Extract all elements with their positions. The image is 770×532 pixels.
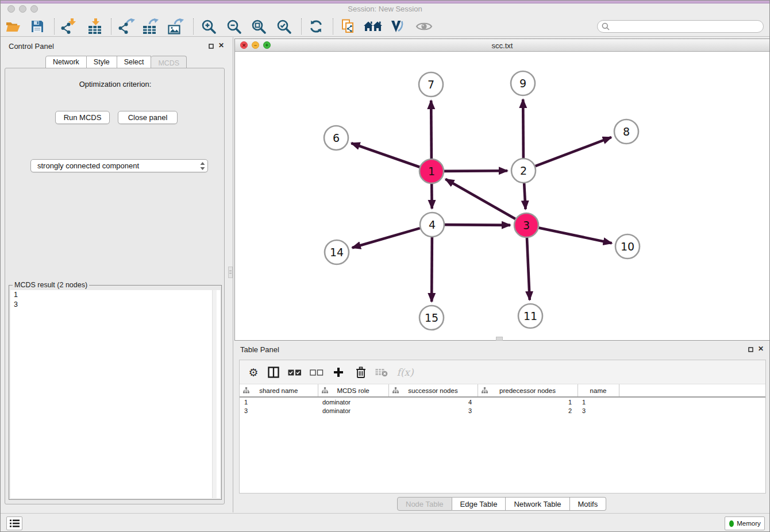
- graph-edge-2-9[interactable]: [523, 99, 523, 158]
- graph-edge-2-3[interactable]: [524, 183, 525, 209]
- graph-edge-3-11[interactable]: [527, 238, 530, 300]
- clone-network-icon: [341, 19, 356, 34]
- graph-edge-1-2[interactable]: [444, 171, 507, 171]
- refresh-icon: [309, 19, 324, 34]
- graph-edge-4-3[interactable]: [445, 225, 510, 225]
- table-cell[interactable]: 1: [478, 397, 578, 406]
- mcds-result-list[interactable]: 1 3: [10, 290, 220, 498]
- node-table-body: 1dominator4113dominator323: [240, 397, 765, 415]
- table-cell[interactable]: 2: [478, 406, 578, 415]
- float-table-panel-icon[interactable]: [746, 345, 755, 354]
- tab-select[interactable]: Select: [117, 56, 152, 68]
- show-columns-button[interactable]: [265, 363, 282, 381]
- table-cell[interactable]: 1: [578, 397, 619, 406]
- status-bar: Memory: [1, 513, 769, 532]
- tab-network-table[interactable]: Network Table: [506, 497, 569, 511]
- column-header-name[interactable]: name: [578, 384, 619, 397]
- tab-network[interactable]: Network: [45, 56, 87, 68]
- home-button[interactable]: [363, 18, 383, 35]
- graph-edge-4-15[interactable]: [432, 237, 432, 302]
- export-network-button[interactable]: [117, 18, 136, 35]
- toolbar-separator: [111, 18, 111, 34]
- import-network-button[interactable]: [59, 18, 79, 35]
- table-cell[interactable]: dominator: [318, 406, 388, 415]
- graph-node-label-10: 10: [621, 240, 634, 253]
- network-window-title: scc.txt: [235, 41, 769, 50]
- zoom-fit-button[interactable]: [249, 18, 268, 35]
- apply-layout-button[interactable]: [306, 18, 326, 35]
- close-table-panel-icon[interactable]: ✕: [756, 344, 765, 353]
- select-all-button[interactable]: [287, 363, 303, 381]
- table-cell[interactable]: 1: [240, 397, 318, 406]
- column-header-predecessor-nodes[interactable]: predecessor nodes: [478, 384, 578, 397]
- zoom-out-button[interactable]: [224, 18, 244, 35]
- panel-splitter-grip[interactable]: [228, 267, 233, 278]
- tree-sort-icon: [243, 387, 249, 394]
- float-panel-icon[interactable]: [206, 41, 215, 51]
- graph-node-label-4: 4: [429, 218, 436, 231]
- table-settings-button[interactable]: ⚙: [245, 363, 261, 381]
- plus-icon: [333, 367, 344, 377]
- network-view-window: ✕ − + scc.txt 7968124314101511: [234, 38, 770, 341]
- graph-node-label-1: 1: [428, 165, 435, 178]
- tab-edge-table[interactable]: Edge Table: [452, 497, 506, 511]
- deselect-all-button[interactable]: [309, 363, 325, 381]
- graph-edge-3-10[interactable]: [539, 228, 612, 244]
- graph-node-label-7: 7: [428, 78, 434, 91]
- table-cell[interactable]: 4: [388, 397, 478, 406]
- save-session-button[interactable]: [28, 18, 47, 35]
- network-canvas[interactable]: 7968124314101511: [235, 52, 769, 340]
- zoom-in-button[interactable]: [199, 18, 218, 35]
- zoom-selected-button[interactable]: [274, 18, 294, 35]
- mcds-result-title: MCDS result (2 nodes): [13, 281, 89, 289]
- show-panels-button[interactable]: [6, 516, 22, 530]
- function-builder-button-disabled: f(x): [395, 363, 415, 381]
- clone-network-button[interactable]: [338, 18, 358, 35]
- table-cell[interactable]: dominator: [318, 397, 388, 406]
- import-table-button[interactable]: [86, 18, 105, 35]
- network-window-titlebar[interactable]: ✕ − + scc.txt: [235, 39, 769, 52]
- graph-edge-3-1[interactable]: [445, 179, 515, 219]
- graph-edge-4-14[interactable]: [352, 228, 420, 248]
- table-row[interactable]: 1dominator411: [240, 397, 765, 406]
- search-input[interactable]: [612, 22, 763, 31]
- horizontal-splitter-grip[interactable]: [496, 337, 503, 341]
- mcds-result-box: MCDS result (2 nodes) 1 3: [9, 285, 222, 500]
- column-header-shared-name[interactable]: shared name: [240, 384, 318, 397]
- export-table-button[interactable]: [141, 18, 160, 35]
- add-column-button[interactable]: [330, 363, 346, 381]
- mcds-result-line: 3: [10, 300, 220, 310]
- column-header-MCDS-role[interactable]: MCDS role: [318, 384, 388, 397]
- export-image-button[interactable]: [166, 18, 186, 35]
- mcds-panel: Optimization criterion: strongly connect…: [5, 68, 225, 504]
- column-header-successor-nodes[interactable]: successor nodes: [388, 384, 478, 397]
- table-cell[interactable]: 3: [240, 406, 318, 415]
- table-cell[interactable]: 3: [578, 406, 619, 415]
- toolbar-separator: [54, 18, 55, 34]
- graph-edge-2-8[interactable]: [536, 137, 611, 166]
- table-cell[interactable]: 3: [388, 406, 478, 415]
- graph-edge-1-7[interactable]: [431, 101, 432, 159]
- close-panel-icon[interactable]: ✕: [217, 41, 226, 50]
- close-panel-button[interactable]: Close panel: [118, 111, 178, 124]
- search-field[interactable]: [597, 20, 764, 33]
- memory-button[interactable]: Memory: [725, 516, 765, 530]
- result-scrollbar[interactable]: [212, 290, 217, 498]
- eye-icon: [415, 21, 433, 32]
- run-mcds-button[interactable]: Run MCDS: [55, 111, 110, 124]
- table-row[interactable]: 3dominator323: [240, 406, 765, 415]
- delete-column-button[interactable]: [353, 363, 369, 381]
- tab-style[interactable]: Style: [87, 56, 117, 68]
- show-hide-button[interactable]: [414, 18, 434, 35]
- zoom-selected-icon: [276, 18, 292, 34]
- criterion-dropdown[interactable]: strongly connected component: [30, 159, 208, 172]
- tab-motifs[interactable]: Motifs: [570, 497, 607, 511]
- checked-boxes-icon: [288, 369, 302, 376]
- tree-sort-icon: [482, 387, 488, 394]
- graph-node-label-15: 15: [425, 311, 438, 324]
- column-header-label: shared name: [240, 387, 318, 394]
- tab-node-table[interactable]: Node Table: [397, 497, 452, 511]
- open-session-button[interactable]: [3, 18, 23, 35]
- graph-edge-1-6[interactable]: [351, 143, 419, 167]
- toggle-graphics-details-button[interactable]: [388, 18, 408, 35]
